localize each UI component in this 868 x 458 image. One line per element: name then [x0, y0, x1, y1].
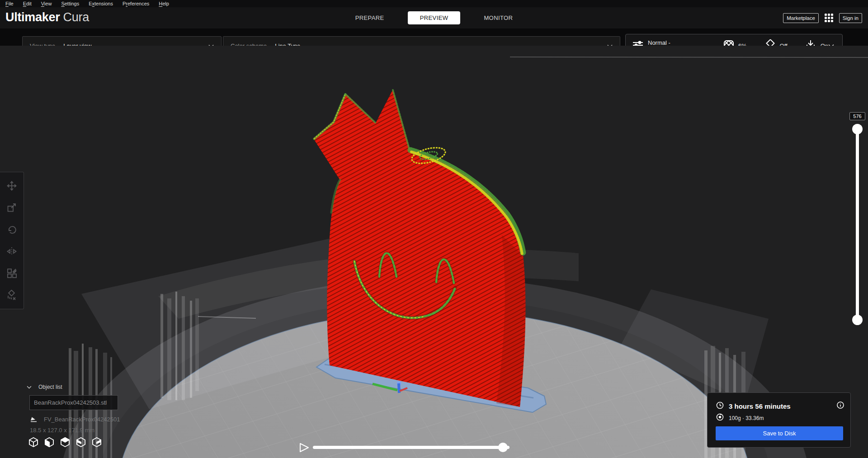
menu-view[interactable]: View: [41, 1, 52, 6]
top-bar: Ultimaker Cura PREPARE PREVIEW MONITOR M…: [0, 7, 868, 28]
view-3d-button[interactable]: [28, 437, 39, 448]
layer-slider-lower-handle[interactable]: [852, 315, 863, 325]
cura-app: File Edit View Settings Extensions Prefe…: [0, 0, 868, 458]
object-file-name: BeanRackProx04242503.stl: [34, 399, 107, 406]
rotate-tool-button[interactable]: [5, 223, 19, 236]
layer-slider-upper-handle[interactable]: [852, 124, 863, 134]
camera-view-buttons: [28, 437, 102, 448]
menu-edit[interactable]: Edit: [23, 1, 32, 6]
tab-preview[interactable]: PREVIEW: [408, 11, 461, 24]
marketplace-button[interactable]: Marketplace: [783, 13, 819, 23]
menu-extensions[interactable]: Extensions: [89, 1, 113, 6]
topbar-actions: Marketplace Sign in: [783, 7, 862, 28]
object-list-title: Object list: [38, 384, 62, 390]
stage-tabs: PREPARE PREVIEW MONITOR: [0, 7, 868, 28]
print-summary-panel: 3 hours 56 minutes 100g · 33.36m Save to…: [707, 392, 851, 448]
simulation-slider-handle[interactable]: [498, 443, 508, 452]
object-list-header[interactable]: Object list: [27, 384, 62, 390]
pencil-icon: [30, 415, 38, 424]
object-list-item[interactable]: BeanRackProx04242503.stl: [29, 395, 118, 410]
save-to-disk-button[interactable]: Save to Disk: [716, 426, 843, 440]
chevron-down-icon: [27, 384, 32, 390]
scale-tool-button[interactable]: [5, 201, 19, 214]
menu-settings[interactable]: Settings: [61, 1, 79, 6]
applications-grid-icon[interactable]: [825, 14, 833, 22]
layer-number-badge: 576: [849, 112, 865, 120]
tab-monitor[interactable]: MONITOR: [479, 11, 517, 24]
tab-prepare[interactable]: PREPARE: [351, 11, 389, 24]
left-toolbar: [0, 172, 24, 309]
project-name: FV_BeanRackProx04242501: [44, 416, 120, 423]
view-front-button[interactable]: [44, 437, 55, 448]
view-left-button[interactable]: [75, 437, 86, 448]
menu-preferences[interactable]: Preferences: [123, 1, 149, 6]
support-blocker-button[interactable]: [5, 288, 19, 302]
viewport-3d[interactable]: 576 Object list BeanRackProx04242503.stl…: [0, 46, 868, 458]
view-right-button[interactable]: [91, 437, 102, 448]
gantry-line: [510, 57, 868, 57]
mirror-tool-button[interactable]: [5, 245, 19, 258]
sign-in-button[interactable]: Sign in: [839, 13, 862, 23]
menubar: File Edit View Settings Extensions Prefe…: [0, 0, 868, 7]
move-tool-button[interactable]: [5, 179, 19, 193]
model-dimensions: 18.5 x 127.0 x 171.9 mm: [30, 427, 94, 434]
view-top-button[interactable]: [60, 437, 71, 448]
layer-slider-track[interactable]: [856, 129, 859, 321]
simulation-slider-track[interactable]: [313, 446, 509, 449]
info-icon[interactable]: [837, 401, 844, 411]
project-name-row[interactable]: FV_BeanRackProx04242501: [30, 415, 120, 424]
menu-help[interactable]: Help: [159, 1, 169, 6]
print-duration: 3 hours 56 minutes: [729, 402, 791, 410]
menu-file[interactable]: File: [5, 1, 14, 6]
simulation-play-button[interactable]: [298, 443, 310, 453]
material-usage: 100g · 33.36m: [729, 415, 764, 421]
per-model-settings-button[interactable]: [5, 266, 19, 280]
clock-icon: [716, 401, 724, 411]
material-spool-icon: [716, 413, 724, 423]
